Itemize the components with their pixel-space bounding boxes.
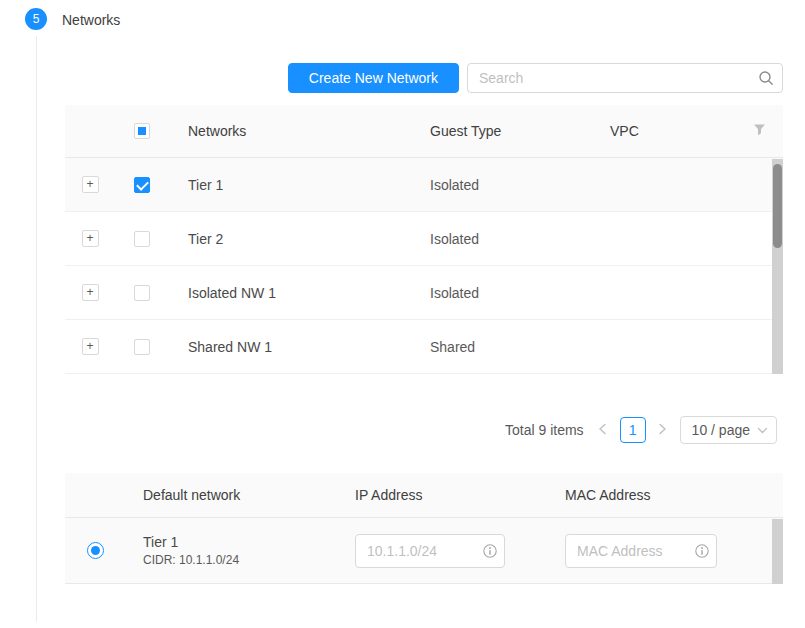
header-guest-type: Guest Type (430, 123, 610, 139)
table-row[interactable]: + Shared NW 1 Shared (65, 320, 783, 374)
info-icon (695, 544, 709, 558)
expand-row-button[interactable]: + (82, 230, 99, 247)
search-icon[interactable] (758, 70, 774, 86)
search-box (467, 63, 783, 93)
step-number-badge: 5 (25, 8, 47, 30)
prev-page-button[interactable] (594, 417, 612, 443)
search-input[interactable] (467, 63, 783, 93)
default-table-header: Default network IP Address MAC Address (65, 473, 783, 518)
pagination: Total 9 items 1 10 / page (65, 415, 783, 445)
table-row[interactable]: + Tier 2 Isolated (65, 212, 783, 266)
plus-icon: + (86, 339, 93, 353)
create-new-network-button[interactable]: Create New Network (288, 63, 459, 93)
default-network-radio[interactable] (87, 542, 104, 559)
default-network-cidr: CIDR: 10.1.1.0/24 (143, 553, 355, 567)
cell-network-name: Tier 2 (168, 231, 430, 247)
plus-icon: + (86, 285, 93, 299)
mac-address-field (565, 534, 717, 568)
page-1-button[interactable]: 1 (620, 417, 646, 443)
page-size-select[interactable]: 10 / page (680, 416, 777, 444)
header-ip-address: IP Address (355, 487, 565, 503)
cell-guest-type: Isolated (430, 285, 610, 301)
cell-network-name: Shared NW 1 (168, 339, 430, 355)
cell-guest-type: Isolated (430, 177, 610, 193)
expand-row-button[interactable]: + (82, 284, 99, 301)
plus-icon: + (86, 231, 93, 245)
ip-address-field (355, 534, 505, 568)
plus-icon: + (86, 177, 93, 191)
networks-table: Networks Guest Type VPC + Tier 1 Isolate… (65, 105, 783, 374)
cell-network-name: Isolated NW 1 (168, 285, 430, 301)
header-filter (753, 123, 783, 139)
default-network-row[interactable]: Tier 1 CIDR: 10.1.1.0/24 (65, 518, 783, 584)
table-row[interactable]: + Isolated NW 1 Isolated (65, 266, 783, 320)
expand-row-button[interactable]: + (82, 176, 99, 193)
header-networks: Networks (168, 123, 430, 139)
networks-toolbar: Create New Network (65, 63, 783, 93)
next-page-button[interactable] (654, 417, 672, 443)
page-size-value: 10 / page (692, 422, 750, 438)
default-network-name: Tier 1 (143, 534, 355, 550)
step-title: Networks (62, 12, 120, 28)
pagination-total: Total 9 items (505, 422, 584, 438)
networks-step-page: 5 Networks Create New Network Networks G… (0, 0, 805, 628)
header-default-network: Default network (125, 487, 355, 503)
scrollbar-thumb[interactable] (773, 164, 782, 248)
step-number: 5 (33, 12, 40, 26)
chevron-right-icon (658, 422, 667, 438)
step-connector-line (36, 36, 37, 622)
header-mac-address: MAC Address (565, 487, 783, 503)
header-select-all (115, 123, 168, 139)
default-table-scrollbar[interactable] (772, 519, 783, 584)
info-icon (483, 544, 497, 558)
cell-network-name: Tier 1 (168, 177, 430, 193)
row-checkbox[interactable] (134, 231, 150, 247)
default-network-table: Default network IP Address MAC Address T… (65, 473, 783, 584)
table-scrollbar[interactable] (772, 159, 783, 374)
row-checkbox[interactable] (134, 177, 150, 193)
header-vpc: VPC (610, 123, 753, 139)
row-checkbox[interactable] (134, 339, 150, 355)
cell-guest-type: Isolated (430, 231, 610, 247)
networks-table-header: Networks Guest Type VPC (65, 105, 783, 158)
table-row[interactable]: + Tier 1 Isolated (65, 158, 783, 212)
expand-row-button[interactable]: + (82, 338, 99, 355)
select-all-checkbox[interactable] (134, 123, 150, 139)
chevron-left-icon (598, 422, 607, 438)
row-checkbox[interactable] (134, 285, 150, 301)
step-content: Create New Network Networks Guest Type V… (65, 63, 783, 584)
filter-funnel-icon[interactable] (753, 123, 766, 139)
cell-guest-type: Shared (430, 339, 610, 355)
